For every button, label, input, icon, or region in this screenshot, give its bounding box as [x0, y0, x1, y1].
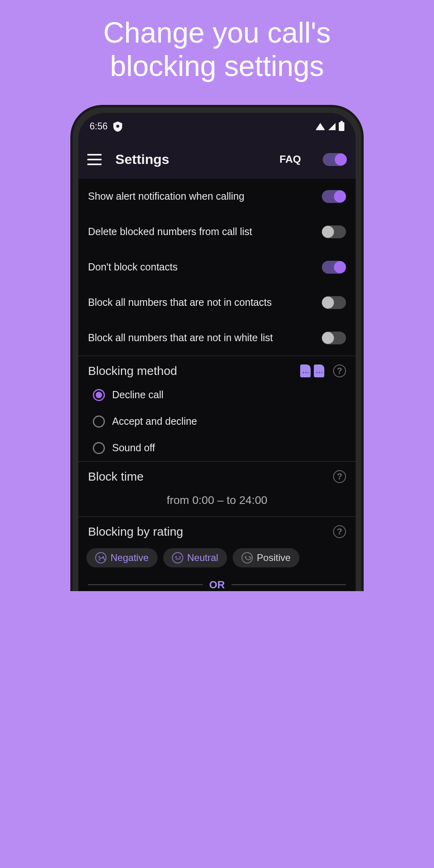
radio-option[interactable]: Sound off	[78, 435, 356, 461]
setting-row[interactable]: Don't block contacts	[78, 250, 356, 285]
chip-label: Neutral	[187, 552, 218, 563]
app-bar: Settings FAQ	[78, 140, 356, 179]
setting-toggle[interactable]	[322, 261, 346, 274]
screen: 6:56 Settings FAQ Show alert notificatio…	[78, 113, 356, 591]
wifi-icon	[315, 123, 325, 130]
cell-signal-icon	[328, 123, 336, 130]
block-time-value[interactable]: from 0:00 – to 24:00	[78, 487, 356, 516]
setting-toggle[interactable]	[322, 296, 346, 309]
face-sad-icon	[95, 552, 106, 563]
promo-title: Change you call's blocking settings	[0, 0, 434, 95]
menu-icon[interactable]	[87, 154, 102, 165]
radio-label: Decline call	[112, 389, 164, 401]
radio-option[interactable]: Accept and decline	[78, 408, 356, 435]
svg-point-0	[116, 125, 119, 127]
blocking-method-title: Blocking method	[88, 364, 177, 378]
sim1-icon[interactable]	[300, 364, 311, 377]
setting-row[interactable]: Show alert notification when calling	[78, 179, 356, 214]
rating-chip-neutral[interactable]: Neutral	[163, 548, 227, 567]
block-time-header: Block time ?	[78, 462, 356, 487]
setting-row[interactable]: Delete blocked numbers from call list	[78, 214, 356, 250]
setting-toggle[interactable]	[322, 190, 346, 203]
divider-line	[88, 584, 203, 585]
help-icon[interactable]: ?	[333, 470, 346, 483]
blocking-by-rating-title: Blocking by rating	[88, 525, 183, 538]
radio-button[interactable]	[93, 389, 105, 401]
setting-label: Don't block contacts	[88, 261, 178, 273]
shield-icon	[113, 121, 122, 132]
setting-label: Show alert notification when calling	[88, 190, 244, 202]
help-icon[interactable]: ?	[333, 364, 346, 377]
blocking-method-header: Blocking method ?	[78, 356, 356, 382]
setting-toggle[interactable]	[322, 225, 346, 238]
setting-toggle[interactable]	[322, 332, 346, 344]
battery-icon	[339, 122, 344, 131]
setting-label: Block all numbers that are not in white …	[88, 332, 273, 344]
divider-line	[231, 584, 346, 585]
page-title: Settings	[115, 151, 266, 167]
settings-content: Show alert notification when callingDele…	[78, 179, 356, 591]
radio-button[interactable]	[93, 442, 105, 454]
setting-label: Delete blocked numbers from call list	[88, 226, 252, 237]
face-pos-icon	[242, 552, 253, 563]
chip-label: Positive	[257, 552, 291, 563]
blocking-by-rating-header: Blocking by rating ?	[78, 517, 356, 542]
setting-label: Block all numbers that are not in contac…	[88, 297, 272, 308]
rating-chip-negative[interactable]: Negative	[86, 548, 158, 567]
chip-label: Negative	[111, 552, 149, 563]
setting-row[interactable]: Block all numbers that are not in contac…	[78, 285, 356, 320]
promo-line-2: blocking settings	[110, 50, 324, 82]
block-time-title: Block time	[88, 470, 143, 483]
promo-line-1: Change you call's	[103, 16, 331, 49]
help-icon[interactable]: ?	[333, 525, 346, 538]
faq-button[interactable]: FAQ	[280, 153, 301, 166]
or-divider: OR	[78, 575, 356, 591]
or-label: OR	[209, 579, 225, 591]
setting-row[interactable]: Block all numbers that are not in white …	[78, 320, 356, 356]
status-time: 6:56	[90, 121, 108, 132]
radio-option[interactable]: Decline call	[78, 382, 356, 408]
status-bar: 6:56	[78, 113, 356, 140]
sim2-icon[interactable]	[314, 364, 324, 377]
face-neu-icon	[172, 552, 183, 563]
radio-label: Accept and decline	[112, 416, 197, 427]
toggle-list: Show alert notification when callingDele…	[78, 179, 356, 356]
rating-chips: NegativeNeutralPositive	[78, 542, 356, 575]
master-toggle[interactable]	[323, 153, 347, 166]
rating-chip-positive[interactable]: Positive	[233, 548, 299, 567]
device-frame: 6:56 Settings FAQ Show alert notificatio…	[70, 105, 364, 591]
radio-button[interactable]	[93, 416, 105, 428]
radio-label: Sound off	[112, 442, 155, 454]
blocking-method-options: Decline callAccept and declineSound off	[78, 382, 356, 461]
